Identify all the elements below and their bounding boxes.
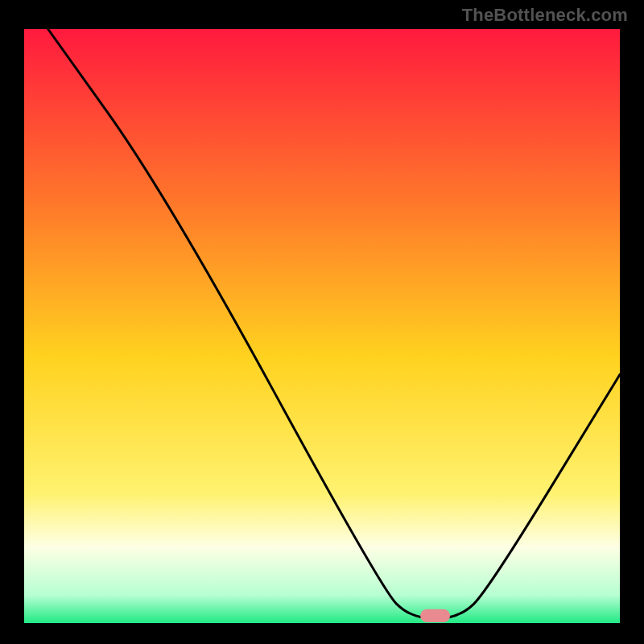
chart-background [24,29,620,625]
chart-viewport: TheBottleneck.com [0,0,644,644]
chart-baseline [24,623,620,628]
bottleneck-chart [0,0,644,644]
optimal-point-marker [420,609,450,622]
watermark-text: TheBottleneck.com [462,5,628,26]
